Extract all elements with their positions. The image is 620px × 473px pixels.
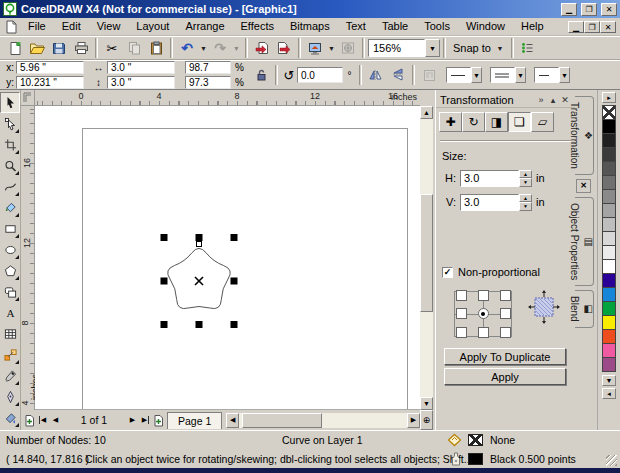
ellipse-tool[interactable] xyxy=(0,239,20,260)
menu-bitmaps[interactable]: Bitmaps xyxy=(282,18,338,35)
swatch-a4a4a4[interactable] xyxy=(602,203,616,218)
options-button[interactable] xyxy=(517,38,539,58)
anchor-7[interactable] xyxy=(478,327,489,338)
wrap-text-button[interactable] xyxy=(418,65,440,85)
anchor-0[interactable] xyxy=(456,290,467,301)
text-tool[interactable]: A xyxy=(0,302,20,323)
menu-edit[interactable]: Edit xyxy=(54,18,89,35)
scale-lock-button[interactable] xyxy=(250,65,272,85)
mirror-vertical-button[interactable] xyxy=(387,65,409,85)
outline-width-dropdown[interactable]: ▼ xyxy=(471,67,482,83)
menu-view[interactable]: View xyxy=(89,18,129,35)
scale-h-input[interactable]: 98.7 xyxy=(185,61,231,74)
view-navigator-button[interactable]: ⊕ xyxy=(420,410,433,430)
swatch-ffffff[interactable] xyxy=(602,259,616,274)
anchor-center[interactable] xyxy=(478,308,489,319)
x-position-input[interactable]: 5.96 " xyxy=(16,61,84,74)
swatch-ececec[interactable] xyxy=(602,245,616,260)
rotation-input[interactable]: 0.0 xyxy=(297,67,343,83)
interactive-blend-tool[interactable] xyxy=(0,344,20,365)
maximize-button[interactable]: ❐ xyxy=(581,3,597,16)
swatch-202020[interactable] xyxy=(602,133,616,148)
docker-tab-transformation[interactable]: ❖Transformation xyxy=(575,96,594,175)
copy-button[interactable] xyxy=(123,38,145,58)
corel-online-button[interactable] xyxy=(337,38,359,58)
add-page-end-button[interactable] xyxy=(152,413,165,428)
y-position-input[interactable]: 10.231 " xyxy=(16,76,84,89)
menu-help[interactable]: Help xyxy=(513,18,552,35)
line-style-dropdown[interactable]: ▼ xyxy=(515,67,526,83)
non-proportional-checkbox[interactable]: ✓ xyxy=(442,267,453,278)
ruler-origin[interactable] xyxy=(21,90,35,106)
vertical-scrollbar[interactable]: ▲ ▼ xyxy=(420,106,433,410)
palette-scroll-down-button[interactable]: ▼ xyxy=(602,375,616,386)
menu-table[interactable]: Table xyxy=(374,18,416,35)
redo-dropdown[interactable]: ▼ xyxy=(231,38,242,58)
mirror-horizontal-button[interactable] xyxy=(365,65,387,85)
swatch-3b3b3b[interactable] xyxy=(602,147,616,162)
freehand-tool[interactable] xyxy=(0,176,20,197)
pick-tool[interactable] xyxy=(0,92,20,113)
import-button[interactable] xyxy=(251,38,273,58)
new-button[interactable] xyxy=(4,38,26,58)
doc-minimize-button[interactable]: ▁ xyxy=(568,21,584,33)
drawing-canvas[interactable] xyxy=(35,106,420,410)
zoom-level-select[interactable]: 156% ▼ xyxy=(368,39,440,57)
print-button[interactable] xyxy=(70,38,92,58)
paste-button[interactable] xyxy=(145,38,167,58)
swatch-ee4d1e[interactable] xyxy=(602,329,616,344)
menu-effects[interactable]: Effects xyxy=(233,18,282,35)
anchor-point-grid[interactable] xyxy=(450,286,516,342)
anchor-1[interactable] xyxy=(478,290,489,301)
arrowhead-dropdown[interactable]: ▼ xyxy=(559,67,570,83)
eyedropper-tool[interactable] xyxy=(0,365,20,386)
menu-tools[interactable]: Tools xyxy=(416,18,458,35)
scale-v-input[interactable]: 97.3 xyxy=(185,76,231,89)
undo-button[interactable]: ↶ xyxy=(176,38,198,58)
last-page-button[interactable]: ▶ xyxy=(139,413,152,428)
swatch-8a8a8a[interactable] xyxy=(602,189,616,204)
scroll-up-button[interactable]: ▲ xyxy=(420,106,433,119)
application-launcher-button[interactable] xyxy=(304,38,326,58)
outline-width-select[interactable]: ▼ xyxy=(446,67,482,83)
previous-page-button[interactable]: ◀ xyxy=(49,413,62,428)
h-size-input[interactable]: 3.0 ▲▼ xyxy=(460,170,532,187)
docker-tab-close-button[interactable]: ✕ xyxy=(576,179,591,193)
zoom-dropdown-arrow[interactable]: ▼ xyxy=(425,39,440,57)
outline-tool[interactable] xyxy=(0,386,20,407)
scale-mirror-transform-button[interactable]: ◨ xyxy=(485,112,508,132)
docker-tab-object-properties[interactable]: ▤Object Properties xyxy=(575,197,594,286)
swatch-1586d8[interactable] xyxy=(602,287,616,302)
anchor-3[interactable] xyxy=(456,308,467,319)
docker-expand-icon[interactable]: » xyxy=(535,95,547,105)
swatch-00a33d[interactable] xyxy=(602,301,616,316)
docker-collapse-icon[interactable]: ▴ xyxy=(547,95,559,105)
export-button[interactable] xyxy=(273,38,295,58)
application-launcher-dropdown[interactable]: ▼ xyxy=(326,38,337,58)
shape-tool[interactable] xyxy=(0,113,20,134)
apply-button[interactable]: Apply xyxy=(444,368,566,385)
cut-button[interactable]: ✂ xyxy=(101,38,123,58)
scroll-down-button[interactable]: ▼ xyxy=(420,397,433,410)
crop-tool[interactable] xyxy=(0,134,20,155)
save-button[interactable] xyxy=(48,38,70,58)
h-size-spinner[interactable]: ▲▼ xyxy=(519,170,532,187)
anchor-8[interactable] xyxy=(500,327,511,338)
skew-transform-button[interactable]: ▱ xyxy=(531,112,554,132)
open-button[interactable] xyxy=(26,38,48,58)
menu-file[interactable]: File xyxy=(20,18,54,35)
doc-restore-button[interactable]: ❐ xyxy=(584,21,600,33)
swatch-2b0096[interactable] xyxy=(602,273,616,288)
fill-tool[interactable] xyxy=(0,407,20,428)
scroll-right-button[interactable]: ▶ xyxy=(407,413,420,428)
palette-expand-button[interactable]: ◂ xyxy=(602,388,616,399)
scroll-left-button[interactable]: ◀ xyxy=(226,413,239,428)
table-tool[interactable] xyxy=(0,323,20,344)
size-transform-button[interactable]: ❏ xyxy=(508,112,531,132)
apply-to-duplicate-button[interactable]: Apply To Duplicate xyxy=(444,348,566,365)
anchor-2[interactable] xyxy=(500,290,511,301)
first-page-button[interactable]: ◀ xyxy=(36,413,49,428)
swatch-ef5aa0[interactable] xyxy=(602,343,616,358)
menu-window[interactable]: Window xyxy=(458,18,513,35)
swatch-000000[interactable] xyxy=(602,119,616,134)
